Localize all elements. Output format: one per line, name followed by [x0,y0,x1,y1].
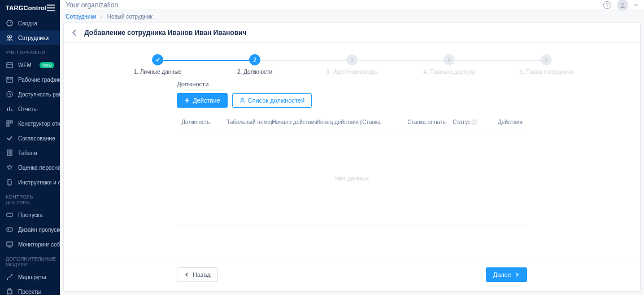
hamburger-icon[interactable] [47,5,55,11]
step-number: 5 [541,54,552,65]
monitor-icon [6,240,14,248]
sidebar-item-pass-design[interactable]: Дизайн пропусков [0,222,60,237]
sidebar-item-label: Мониторинг событий [18,241,60,248]
button-label: Далее [493,271,511,278]
sidebar-item-briefings[interactable]: Инструктажи и справки [0,175,60,190]
project-icon [6,288,14,295]
topbar: Your organization ? [60,0,644,10]
sidebar-item-label: Доступность работы [18,91,60,98]
sidebar-item-schedules[interactable]: Рабочие графики [0,72,60,87]
step-2[interactable]: 2 2. Должности [206,54,303,75]
section-title: Должности [177,81,527,87]
svg-point-15 [11,274,12,275]
sidebar-item-projects[interactable]: Проекты [0,284,60,295]
sidebar-section-modules: ДОПОЛНИТЕЛЬНЫЕ МОДУЛИ [0,252,60,270]
action-button[interactable]: Действие [177,93,227,108]
gauge-icon [6,19,14,27]
step-number: 4 [443,54,455,65]
builder-icon [6,120,14,127]
sidebar-item-passes[interactable]: Пропуска [0,208,60,222]
breadcrumb: Сотрудники › Новый сотрудник [60,10,644,23]
step-number: 3 [346,54,358,65]
user-icon [240,98,245,103]
sidebar-item-label: Согласование [18,135,55,142]
design-icon [6,226,14,234]
svg-point-20 [241,98,243,100]
plus-icon [184,98,190,103]
svg-rect-13 [7,242,12,246]
chevron-down-icon[interactable] [634,3,638,7]
svg-rect-4 [7,77,12,82]
col-status[interactable]: Статус i [450,119,495,125]
button-label: Список должностей [248,97,305,104]
users-icon [6,34,14,42]
chevron-right-icon: › [101,14,102,20]
calendar-icon [6,76,14,83]
stepper: 1. Личные данные 2 2. Должности 3 3. Иде… [64,43,640,81]
positions-list-button[interactable]: Список должностей [232,93,312,108]
sidebar-item-report-builder[interactable]: Конструктор отчётов [0,116,60,131]
sidebar-item-timesheets[interactable]: Табели [0,146,60,160]
sidebar-item-label: Инструктажи и справки [18,179,60,186]
button-label: Действие [193,97,220,104]
info-icon[interactable]: i [472,120,477,125]
step-label: 5. Права сотрудника [519,69,573,75]
sidebar-item-label: Рабочие графики [18,77,60,83]
sidebar-item-reports[interactable]: Отчеты [0,102,60,116]
route-icon [6,273,14,281]
sidebar-item-label: Конструктор отчётов [18,121,60,127]
logo: TARGControl [6,5,47,11]
org-name: Your organization [66,1,118,9]
sidebar-item-label: Маршруты [18,274,46,280]
col-rate[interactable]: Ставка [360,119,405,125]
badge-new: New [40,62,54,68]
sidebar-item-evaluation[interactable]: Оценка персонала [0,160,60,175]
step-label: 2. Должности [237,69,272,75]
svg-rect-10 [7,213,12,217]
sidebar-item-availability[interactable]: Доступность работы [0,87,60,102]
step-label: 1. Личные данные [134,69,182,75]
sidebar-item-label: Проекты [18,289,41,295]
step-number: 2 [249,54,260,65]
sidebar-item-label: Сотрудники [18,35,49,41]
sidebar-item-label: Оценка персонала [18,165,60,171]
svg-point-12 [8,229,9,230]
arrow-left-icon [184,272,190,278]
sidebar-item-monitoring[interactable]: Мониторинг событий [0,237,60,252]
svg-point-2 [10,36,12,38]
col-start[interactable]: Начало действия↑ [269,119,315,125]
back-arrow-icon[interactable] [71,29,79,37]
col-tabno[interactable]: Табельный номер [224,119,269,125]
sidebar-item-wfm[interactable]: WFM New [0,58,60,72]
col-end[interactable]: Конец действия i [315,119,360,125]
card-icon [6,211,14,219]
svg-rect-6 [7,121,9,123]
svg-point-19 [621,3,624,5]
step-4: 4 4. Правила доступа [401,54,498,75]
back-button[interactable]: Назад [177,267,218,282]
col-position[interactable]: Должность [179,119,224,125]
page-title: Добавление сотрудника Иванов Иван Иванов… [84,29,246,37]
table-header: Должность Табельный номер Начало действи… [177,115,527,130]
clock-icon [6,90,14,98]
col-payrate[interactable]: Ставка оплаты [405,119,450,125]
svg-rect-3 [7,63,12,68]
breadcrumb-link[interactable]: Сотрудники [66,14,96,20]
step-1[interactable]: 1. Личные данные [109,54,206,75]
step-5: 5 5. Права сотрудника [498,54,595,75]
svg-point-14 [7,279,8,280]
sidebar-item-label: WFM [18,62,32,68]
arrow-right-icon [514,272,520,278]
table-empty: Нет данных [177,130,527,226]
sidebar-item-routes[interactable]: Маршруты [0,270,60,284]
help-icon[interactable]: ? [603,1,611,9]
sidebar-item-approval[interactable]: Согласование [0,131,60,146]
sidebar-item-label: Пропуска [18,212,43,218]
sidebar-item-employees[interactable]: Сотрудники [0,30,60,45]
breadcrumb-current: Новый сотрудник [107,14,153,20]
empty-text: Нет данных [335,175,369,182]
sidebar: TARGControl Сводка Сотрудники УЧЕТ ВРЕМЕ… [0,0,60,295]
next-button[interactable]: Далее [486,267,527,282]
avatar[interactable] [617,0,628,11]
sidebar-item-summary[interactable]: Сводка [0,16,60,30]
